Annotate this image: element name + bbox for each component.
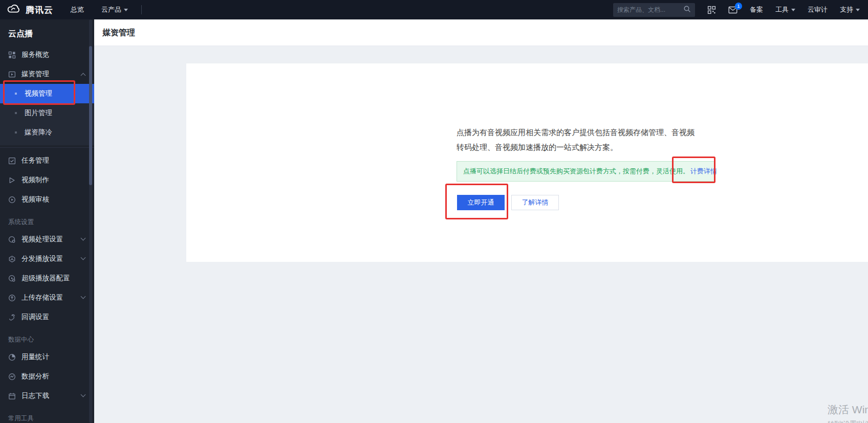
sidebar-item-label: 回调设置 bbox=[21, 313, 49, 322]
sidebar-item-label: 图片管理 bbox=[25, 108, 52, 118]
mail-icon[interactable]: 1 bbox=[728, 6, 737, 14]
search-box[interactable] bbox=[613, 3, 695, 17]
sidebar-item-label: 媒资管理 bbox=[21, 70, 49, 79]
sidebar-item-video-production[interactable]: 视频制作 bbox=[0, 170, 94, 190]
grid-icon bbox=[8, 51, 16, 59]
sidebar-item-label: 服务概览 bbox=[21, 50, 49, 59]
video-library-icon bbox=[8, 71, 16, 78]
qr-code-icon[interactable] bbox=[707, 6, 716, 14]
play-triangle-icon bbox=[8, 176, 16, 184]
topnav-products[interactable]: 云产品 bbox=[101, 5, 128, 14]
tencent-cloud-logo[interactable]: 腾讯云 bbox=[6, 3, 53, 16]
billing-notice: 点播可以选择日结后付费或预先购买资源包计费方式，按需付费，灵活使用。 计费详情 bbox=[457, 161, 714, 182]
search-input[interactable] bbox=[617, 6, 683, 13]
process-settings-icon bbox=[8, 236, 16, 243]
calendar-icon bbox=[8, 392, 16, 400]
chevron-down-icon bbox=[81, 294, 86, 299]
bullet-icon bbox=[15, 131, 17, 133]
bullet-icon bbox=[15, 112, 17, 114]
topbar-right: 1 备案 工具 云审计 支持 bbox=[613, 3, 860, 17]
upload-icon bbox=[8, 294, 16, 302]
topnav-support-label: 支持 bbox=[840, 5, 853, 14]
sidebar-item-data-analysis[interactable]: 数据分析 bbox=[0, 367, 94, 386]
sidebar-item-label: 超级播放器配置 bbox=[21, 274, 70, 283]
service-intro-line2: 转码处理、音视频加速播放的一站式解决方案。 bbox=[457, 140, 720, 154]
sidebar-item-media-cooling[interactable]: 媒资降冷 bbox=[0, 123, 94, 142]
sidebar-item-label: 视频管理 bbox=[25, 89, 52, 98]
pie-chart-icon bbox=[8, 353, 16, 361]
caret-down-icon bbox=[124, 9, 128, 11]
sidebar-item-label: 分发播放设置 bbox=[21, 254, 63, 263]
sidebar-item-label: 任务管理 bbox=[21, 156, 49, 165]
activate-now-button[interactable]: 立即开通 bbox=[457, 195, 505, 210]
mail-badge: 1 bbox=[735, 3, 742, 10]
sidebar-section-data-center: 数据中心 bbox=[0, 332, 94, 347]
search-icon[interactable] bbox=[683, 5, 691, 15]
page-title: 媒资管理 bbox=[94, 19, 868, 46]
learn-more-button[interactable]: 了解详情 bbox=[511, 195, 559, 210]
service-intro-line1: 点播为有音视频应用相关需求的客户提供包括音视频存储管理、音视频 bbox=[457, 125, 720, 140]
topnav-overview[interactable]: 总览 bbox=[71, 5, 84, 14]
sidebar-item-upload-storage-settings[interactable]: 上传存储设置 bbox=[0, 288, 94, 307]
media-mgmt-submenu: 视频管理 图片管理 媒资降冷 bbox=[0, 84, 94, 145]
sidebar-item-overview[interactable]: 服务概览 bbox=[0, 45, 94, 64]
sidebar-scrollbar-thumb[interactable] bbox=[89, 46, 92, 185]
page-header: 媒资管理 bbox=[94, 19, 868, 46]
bullet-icon bbox=[15, 93, 17, 95]
product-title: 云点播 bbox=[0, 19, 94, 45]
caret-down-icon bbox=[856, 9, 860, 11]
logo-text: 腾讯云 bbox=[26, 4, 53, 16]
sidebar-item-media-mgmt[interactable]: 媒资管理 bbox=[0, 64, 94, 84]
player-config-icon bbox=[8, 275, 16, 282]
chevron-down-icon bbox=[81, 392, 86, 397]
sidebar-item-label: 上传存储设置 bbox=[21, 293, 63, 302]
watermark-line1: 激活 Windows bbox=[828, 403, 868, 417]
sidebar-item-video-mgmt[interactable]: 视频管理 bbox=[0, 84, 94, 103]
sidebar-item-super-player-config[interactable]: 超级播放器配置 bbox=[0, 269, 94, 288]
sidebar-section-common-tools: 常用工具 bbox=[0, 411, 94, 423]
topnav-beian[interactable]: 备案 bbox=[750, 5, 763, 14]
sidebar-divider bbox=[0, 147, 94, 148]
sidebar-item-task-mgmt[interactable]: 任务管理 bbox=[0, 151, 94, 170]
sidebar-item-label: 视频处理设置 bbox=[21, 235, 63, 244]
sidebar-section-system-settings: 系统设置 bbox=[0, 214, 94, 230]
topbar: 腾讯云 总览 云产品 bbox=[0, 0, 868, 19]
chevron-down-icon bbox=[81, 236, 86, 241]
billing-details-link[interactable]: 计费详情 bbox=[690, 167, 717, 176]
sidebar-item-callback-settings[interactable]: 回调设置 bbox=[0, 307, 94, 327]
sidebar-item-label: 媒资降冷 bbox=[25, 128, 52, 137]
sidebar-item-label: 数据分析 bbox=[21, 372, 49, 381]
sidebar-item-distribution-settings[interactable]: 分发播放设置 bbox=[0, 249, 94, 269]
watermark-line2: 转到“设置”以激活 Windows。 bbox=[828, 419, 868, 423]
windows-activation-watermark: 激活 Windows 转到“设置”以激活 Windows。 bbox=[828, 403, 868, 423]
chevron-down-icon bbox=[81, 255, 86, 260]
sidebar-item-label: 视频制作 bbox=[21, 175, 49, 185]
analysis-icon bbox=[8, 373, 16, 381]
task-check-icon bbox=[8, 157, 16, 165]
topnav-tools[interactable]: 工具 bbox=[775, 5, 795, 14]
topnav-support[interactable]: 支持 bbox=[840, 5, 860, 14]
tencent-cloud-console: 腾讯云 总览 云产品 bbox=[0, 0, 868, 423]
chevron-up-icon bbox=[81, 73, 86, 78]
sidebar-item-label: 用量统计 bbox=[21, 352, 49, 362]
sidebar: 云点播 服务概览 媒资管理 视频管理 bbox=[0, 19, 94, 423]
sidebar-item-image-mgmt[interactable]: 图片管理 bbox=[0, 103, 94, 123]
sidebar-item-label: 视频审核 bbox=[21, 195, 49, 204]
callback-icon bbox=[8, 314, 16, 321]
sidebar-item-usage-stats[interactable]: 用量统计 bbox=[0, 347, 94, 367]
review-play-circle-icon bbox=[8, 196, 16, 204]
sidebar-item-log-download[interactable]: 日志下载 bbox=[0, 386, 94, 406]
topbar-divider bbox=[141, 5, 142, 14]
distribution-icon bbox=[8, 255, 16, 263]
sidebar-item-label: 日志下载 bbox=[21, 391, 49, 400]
cloud-logo-icon bbox=[6, 3, 21, 16]
billing-notice-text: 点播可以选择日结后付费或预先购买资源包计费方式，按需付费，灵活使用。 bbox=[463, 167, 689, 176]
activation-card: 点播为有音视频应用相关需求的客户提供包括音视频存储管理、音视频 转码处理、音视频… bbox=[186, 63, 868, 262]
topnav-tools-label: 工具 bbox=[775, 5, 789, 14]
topnav-products-label: 云产品 bbox=[101, 5, 121, 14]
sidebar-item-video-process-settings[interactable]: 视频处理设置 bbox=[0, 230, 94, 249]
caret-down-icon bbox=[791, 9, 795, 11]
sidebar-item-video-review[interactable]: 视频审核 bbox=[0, 190, 94, 209]
topnav-cloud-audit[interactable]: 云审计 bbox=[808, 5, 828, 14]
action-buttons: 立即开通 了解详情 bbox=[457, 195, 559, 210]
